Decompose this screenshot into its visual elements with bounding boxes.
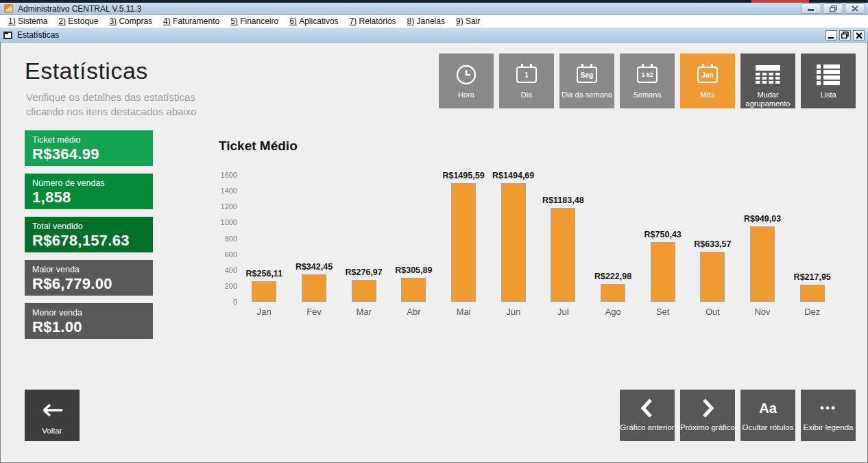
menu-item-janelas[interactable]: 8) Janelas	[402, 15, 450, 28]
grouping-button-label: Mudar agrupamento	[740, 91, 795, 108]
grouping-button-label: Dia	[519, 91, 535, 99]
chart-bar-column: R$217,95Dez	[787, 175, 837, 302]
stat-card-menor-venda[interactable]: Menor vendaR$1.00	[25, 303, 153, 339]
grouping-button-label: Semana	[631, 91, 664, 99]
bar-month-label: Jul	[538, 307, 588, 317]
stat-card-list: Ticket médioR$364.99Número de vendas1,85…	[25, 130, 153, 346]
bar-value-label: R$1494,69	[483, 171, 544, 180]
bar-value-label: R$949,03	[732, 214, 793, 224]
exibir-legenda-button[interactable]: •••Exibir legenda	[801, 390, 856, 441]
menu-item-compras[interactable]: 3) Compras	[104, 15, 158, 28]
grafico-anterior-button[interactable]: Gráfico anterior	[620, 390, 675, 441]
grouping-button-hora[interactable]: Hora	[439, 54, 494, 108]
grouping-button-semana[interactable]: 1-52Semana	[620, 54, 675, 108]
window-restore-button[interactable]	[823, 3, 843, 14]
y-axis-tick-label: 0	[233, 298, 237, 306]
grouping-button-label: Hora	[456, 91, 477, 99]
chart-bar-mai[interactable]	[451, 183, 476, 302]
grouping-button-mudar-agrupamento[interactable]: Mudar agrupamento	[740, 54, 795, 108]
window-minimize-button[interactable]	[801, 3, 821, 14]
y-axis-tick-label: 1400	[221, 187, 237, 195]
menu-item-relatorios[interactable]: 7) Relatórios	[344, 15, 402, 28]
proximo-grafico-button[interactable]: Próximo gráfico	[680, 390, 735, 441]
window-close-button[interactable]	[845, 3, 865, 14]
restore-icon	[830, 5, 837, 12]
mdi-window-title: Estatísticas	[17, 30, 59, 40]
stat-card-label: Número de vendas	[32, 178, 145, 188]
close-icon	[856, 32, 863, 39]
menu-item-estoque[interactable]: 2) Estoque	[53, 15, 104, 28]
menu-item-sair[interactable]: 9) Sair	[450, 15, 485, 28]
grouping-button-mes[interactable]: JanMês	[680, 54, 735, 108]
chart-bar-column: R$305,89Abr	[389, 175, 439, 302]
chart-title: Ticket Médio	[219, 139, 298, 154]
font-size-icon: Aa	[759, 394, 777, 423]
bar-month-label: Mar	[339, 307, 389, 317]
stat-card-value: R$678,157.63	[32, 232, 145, 250]
bar-month-label: Set	[638, 307, 688, 317]
menu-item-sistema[interactable]: 1) Sistema	[3, 15, 53, 28]
chart-bar-column: R$1494,69Jun	[488, 175, 538, 302]
ocultar-rotulos-button[interactable]: AaOcultar rótulos	[740, 390, 795, 441]
chart-bar-mar[interactable]	[352, 280, 376, 302]
clock-icon	[455, 59, 477, 91]
bar-month-label: Dez	[787, 307, 837, 317]
minimize-icon	[808, 5, 815, 12]
stat-card-numero-de-vendas[interactable]: Número de vendas1,858	[25, 174, 153, 209]
nav-button-label: Gráfico anterior	[620, 423, 674, 432]
grouping-button-row: Hora1DiaSegDia da semana1-52SemanaJanMês…	[439, 54, 856, 108]
chart-bar-column: R$276,97Mar	[339, 175, 389, 302]
back-arrow-icon	[40, 403, 64, 418]
bar-value-label: R$217,95	[782, 272, 843, 282]
chart-nav-row: Gráfico anteriorPróximo gráficoAaOcultar…	[620, 390, 856, 441]
grouping-button-dia-da-semana[interactable]: SegDia da semana	[559, 54, 614, 108]
calendar-icon: 1	[516, 59, 537, 91]
chart-bar-out[interactable]	[700, 252, 725, 302]
window-title: Administrativo CENTRAL V.5.11.3	[18, 4, 141, 14]
minimize-icon	[828, 32, 834, 39]
chart-bar-fev[interactable]	[302, 274, 326, 302]
mdi-close-button[interactable]	[853, 30, 865, 40]
bar-value-label: R$222,98	[582, 272, 644, 281]
bar-month-label: Ago	[588, 307, 638, 317]
chart-bar-ago[interactable]	[601, 284, 625, 302]
grouping-button-dia[interactable]: 1Dia	[499, 54, 554, 108]
chart-bar-jul[interactable]	[551, 208, 575, 302]
bar-month-label: Fev	[289, 307, 339, 317]
stat-card-maior-venda[interactable]: Maior vendaR$6,779.00	[25, 260, 153, 296]
grouping-button-lista[interactable]: Lista	[801, 54, 856, 108]
stat-card-value: 1,858	[32, 189, 145, 206]
nav-button-label: Exibir legenda	[804, 423, 854, 432]
chart-bars: R$256,11JanR$342,45FevR$276,97MarR$305,8…	[239, 175, 837, 302]
chart-bar-abr[interactable]	[401, 278, 426, 302]
menu-item-faturamento[interactable]: 4) Faturamento	[158, 15, 225, 28]
mdi-minimize-button[interactable]	[825, 30, 837, 40]
stat-card-value: R$364.99	[32, 145, 145, 163]
stat-card-label: Menor venda	[32, 308, 145, 318]
chart-bar-column: R$750,43Set	[638, 175, 688, 302]
y-axis-tick-label: 1000	[221, 218, 237, 226]
chart-bar-jan[interactable]	[252, 281, 276, 302]
stat-card-total-vendido[interactable]: Total vendidoR$678,157.63	[25, 217, 153, 252]
window-titlebar: Administrativo CENTRAL V.5.11.3	[0, 3, 868, 15]
chevron-right-icon	[699, 394, 716, 423]
chart-bar-set[interactable]	[651, 242, 675, 302]
stat-card-value: R$1.00	[32, 318, 145, 336]
menu-item-aplicativos[interactable]: 6) Aplicativos	[284, 15, 343, 28]
chart-bar-nov[interactable]	[750, 226, 775, 302]
calendar-icon: 1-52	[637, 59, 658, 91]
list-icon	[817, 59, 840, 91]
page-subtitle: Verifique os detalhes das estatísticas c…	[26, 90, 197, 119]
voltar-button[interactable]: Voltar	[25, 390, 80, 441]
menu-item-financeiro[interactable]: 5) Financeiro	[225, 15, 284, 28]
restore-icon	[841, 32, 849, 39]
bar-value-label: R$1183,48	[532, 195, 594, 205]
chart-bar-jun[interactable]	[501, 183, 526, 302]
chart-bar-dez[interactable]	[800, 285, 825, 302]
chart-bar-column: R$342,45Fev	[289, 175, 339, 302]
stat-card-label: Ticket médio	[32, 135, 145, 145]
mdi-restore-button[interactable]	[839, 30, 851, 40]
stat-card-ticket-medio[interactable]: Ticket médioR$364.99	[25, 130, 153, 166]
nav-button-label: Ocultar rótulos	[743, 423, 794, 432]
y-axis-tick-label: 1600	[221, 171, 237, 179]
